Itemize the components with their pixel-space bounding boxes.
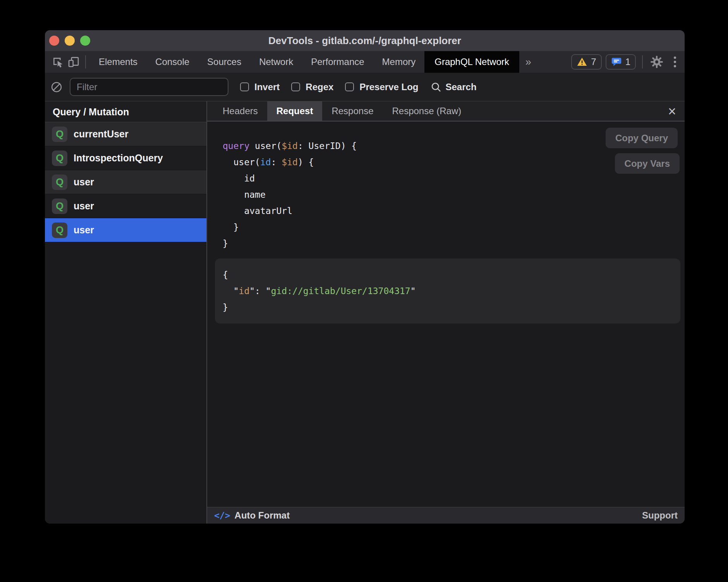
devtools-toolbar: Elements Console Sources Network Perform… xyxy=(45,51,685,73)
query-type-badge: Q xyxy=(52,151,67,166)
preserve-log-checkbox[interactable]: Preserve Log xyxy=(345,82,418,92)
settings-button[interactable] xyxy=(649,54,664,70)
tab-request[interactable]: Request xyxy=(267,101,323,121)
gear-icon xyxy=(650,55,664,69)
query-list-header: Query / Mutation xyxy=(45,101,206,122)
query-list-item-label: user xyxy=(74,176,94,188)
query-list-item-label: IntrospectionQuery xyxy=(74,152,163,164)
devtools-window: DevTools - gitlab.com/-/graphql-explorer… xyxy=(45,30,685,524)
query-type-badge: Q xyxy=(52,199,67,214)
regex-checkbox-box[interactable] xyxy=(291,82,300,91)
close-detail-button[interactable]: × xyxy=(665,101,679,122)
tab-response[interactable]: Response xyxy=(322,101,383,121)
window-title: DevTools - gitlab.com/-/graphql-explorer xyxy=(45,30,685,51)
auto-format-button[interactable]: </> Auto Format xyxy=(214,510,290,521)
more-tabs-button[interactable]: » xyxy=(519,51,537,73)
request-content: query user($id: UserID) { user(id: $id) … xyxy=(207,122,685,507)
query-variables-code: { "id": "gid://gitlab/User/13704317"} xyxy=(223,267,680,315)
query-variables-box: { "id": "gid://gitlab/User/13704317"} xyxy=(215,258,680,324)
query-type-badge: Q xyxy=(52,175,67,190)
tab-response-raw[interactable]: Response (Raw) xyxy=(383,101,470,121)
device-toolbar-icon xyxy=(67,56,80,68)
preserve-log-checkbox-box[interactable] xyxy=(345,82,354,91)
copy-query-button[interactable]: Copy Query xyxy=(606,128,678,148)
tab-sources[interactable]: Sources xyxy=(198,51,250,73)
tab-headers[interactable]: Headers xyxy=(213,101,267,121)
message-bubble-icon xyxy=(611,56,622,67)
search-icon xyxy=(431,82,441,92)
auto-format-label: Auto Format xyxy=(235,510,290,521)
query-list-item-user-2[interactable]: Q user xyxy=(45,194,206,218)
main-split: Query / Mutation Q currentUser Q Introsp… xyxy=(45,101,685,524)
device-toolbar-button[interactable] xyxy=(66,54,81,70)
query-list-item-introspectionquery[interactable]: Q IntrospectionQuery xyxy=(45,146,206,170)
messages-badge[interactable]: 1 xyxy=(606,54,636,70)
block-icon xyxy=(51,81,62,93)
warnings-badge[interactable]: 7 xyxy=(571,54,601,70)
filter-bar: Invert Regex Preserve Log Search xyxy=(45,73,685,101)
tab-elements[interactable]: Elements xyxy=(90,51,146,73)
query-list-item-currentuser[interactable]: Q currentUser xyxy=(45,122,206,146)
detail-tab-bar: Headers Request Response Response (Raw) … xyxy=(207,101,685,122)
warning-count: 7 xyxy=(591,56,596,67)
code-brackets-icon: </> xyxy=(214,510,230,520)
tab-graphql-network[interactable]: GraphQL Network xyxy=(424,51,519,73)
message-count: 1 xyxy=(625,56,630,67)
clear-filter-button[interactable] xyxy=(49,79,64,95)
tab-network[interactable]: Network xyxy=(250,51,302,73)
inspect-cursor-icon xyxy=(52,56,64,68)
tab-memory[interactable]: Memory xyxy=(373,51,425,73)
query-type-badge: Q xyxy=(52,127,67,142)
invert-checkbox-box[interactable] xyxy=(240,82,249,91)
inspect-element-button[interactable] xyxy=(50,54,66,70)
regex-checkbox-label: Regex xyxy=(306,82,333,92)
search-label: Search xyxy=(445,82,476,92)
detail-footer: </> Auto Format Support xyxy=(207,507,685,524)
request-detail-panel: Headers Request Response Response (Raw) … xyxy=(207,101,685,524)
warning-triangle-icon xyxy=(577,56,587,67)
support-link[interactable]: Support xyxy=(642,510,678,521)
query-list-panel: Query / Mutation Q currentUser Q Introsp… xyxy=(45,101,207,524)
regex-checkbox[interactable]: Regex xyxy=(291,82,333,92)
copy-vars-button[interactable]: Copy Vars xyxy=(615,153,680,174)
query-list-item-label: currentUser xyxy=(74,128,129,140)
preserve-log-checkbox-label: Preserve Log xyxy=(359,82,418,92)
search-button[interactable]: Search xyxy=(431,82,476,92)
invert-checkbox-label: Invert xyxy=(254,82,280,92)
kebab-menu-button[interactable] xyxy=(674,56,676,67)
tab-performance[interactable]: Performance xyxy=(302,51,373,73)
tab-console[interactable]: Console xyxy=(146,51,198,73)
query-type-badge: Q xyxy=(52,223,67,238)
toolbar-divider-2 xyxy=(642,55,643,68)
titlebar: DevTools - gitlab.com/-/graphql-explorer xyxy=(45,30,685,51)
query-list-item-label: user xyxy=(74,224,94,236)
query-list-item-user-1[interactable]: Q user xyxy=(45,170,206,194)
toolbar-divider xyxy=(85,55,86,68)
query-list-item-label: user xyxy=(74,200,94,212)
filter-input[interactable] xyxy=(70,78,228,96)
query-list-item-user-3-selected[interactable]: Q user xyxy=(45,218,206,242)
invert-checkbox[interactable]: Invert xyxy=(240,82,280,92)
